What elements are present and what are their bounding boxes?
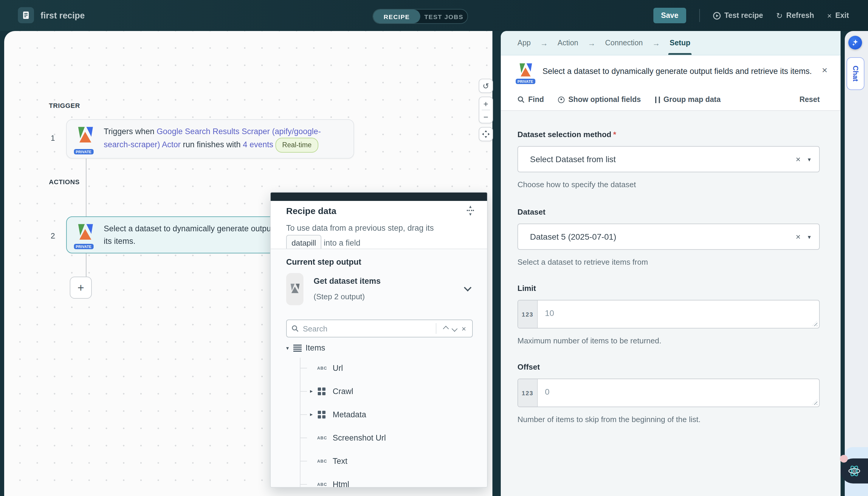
drag-up-icon: ▴ <box>469 204 471 208</box>
save-button[interactable]: Save <box>653 8 686 23</box>
trigger-text-prefix: Triggers when <box>104 127 157 136</box>
refresh-button[interactable]: ↻ Refresh <box>776 11 814 20</box>
field-dataset-selection-method: Dataset selection method* Select Dataset… <box>517 130 820 189</box>
exit-button[interactable]: × Exit <box>827 11 849 20</box>
pan-button[interactable] <box>479 127 493 141</box>
trigger-step-card[interactable]: PRIVATE Triggers when Google Search Resu… <box>66 119 354 159</box>
right-rail: Chat <box>845 31 868 496</box>
reset-view-icon: ↺ <box>483 81 489 90</box>
reset-fields-button[interactable]: Reset <box>800 95 820 104</box>
clear-icon[interactable]: × <box>789 232 808 242</box>
breadcrumb-setup[interactable]: Setup <box>670 39 690 47</box>
field-limit: Limit 123 10 Maximum number of items to … <box>517 284 820 345</box>
datapill-html[interactable]: ABC Html <box>270 478 487 488</box>
apify-logo-icon <box>76 125 95 146</box>
search-input[interactable] <box>303 324 432 333</box>
tree-tick <box>300 368 307 368</box>
breadcrumb-action[interactable]: Action <box>558 39 578 47</box>
plus-icon: + <box>78 281 84 294</box>
datapill-metadata[interactable]: ▸ Metadata <box>270 408 487 421</box>
tree-tick <box>300 391 307 391</box>
top-bar: first recipe RECIPE TEST JOBS Save Test … <box>0 0 868 31</box>
reset-view-button[interactable]: ↺ <box>479 79 493 93</box>
subtitle-suffix: into a field <box>321 238 360 247</box>
panel-toolbar: Find Show optional fields Group map data… <box>501 89 841 111</box>
exit-label: Exit <box>835 11 849 20</box>
arrow-icon: → <box>588 38 595 47</box>
apify-logo-gray-icon <box>289 283 301 296</box>
breadcrumb-connection[interactable]: Connection <box>605 39 643 47</box>
field-helper: Maximum number of items to be returned. <box>517 336 820 345</box>
step-connector-line <box>86 253 87 277</box>
realtime-badge: Real-time <box>276 138 318 153</box>
recipe-doc-icon[interactable] <box>18 7 34 23</box>
caret-down-icon[interactable]: ▾ <box>808 156 811 162</box>
select-value: Dataset 5 (2025-07-01) <box>530 232 789 242</box>
field-helper: Choose how to specify the dataset <box>517 180 820 189</box>
drag-down-icon: ▾ <box>469 212 471 216</box>
breadcrumb: App → Action → Connection → Setup <box>501 31 841 56</box>
datapill-text[interactable]: ABC Text <box>270 454 487 467</box>
trigger-events-link[interactable]: 4 events <box>243 140 273 149</box>
step-connector-line <box>86 156 87 226</box>
caret-down-icon[interactable]: ▾ <box>808 233 811 240</box>
limit-input-group: 123 10 <box>517 300 820 328</box>
zoom-in-button[interactable]: + <box>479 97 493 110</box>
dataset-select[interactable]: Dataset 5 (2025-07-01) × ▾ <box>517 223 820 250</box>
private-badge: PRIVATE <box>516 79 535 84</box>
show-optional-fields-button[interactable]: Show optional fields <box>558 95 641 104</box>
test-recipe-button[interactable]: Test recipe <box>713 11 763 20</box>
recipe-editor: first recipe RECIPE TEST JOBS Save Test … <box>0 0 868 496</box>
caret-right-icon[interactable]: ▸ <box>310 388 313 394</box>
tree-tick <box>300 414 307 415</box>
group-map-label: Group map data <box>664 95 721 104</box>
chat-button[interactable]: Chat <box>847 57 865 90</box>
chevron-down-icon[interactable] <box>464 284 471 291</box>
popup-drag-bar[interactable] <box>270 192 487 201</box>
ai-assistant-button[interactable] <box>848 36 862 49</box>
search-close-button[interactable]: × <box>459 324 469 333</box>
datapill-crawl[interactable]: ▸ Crawl <box>270 385 487 398</box>
recipe-data-popup: Recipe data ▴ ▾ To use data from a previ… <box>270 192 488 488</box>
subtitle-prefix: To use data from a previous step, drag i… <box>286 223 434 232</box>
search-prev-button[interactable] <box>440 324 450 333</box>
datapill-screenshot-url[interactable]: ABC Screenshot Url <box>270 431 487 444</box>
output-name: Get dataset items <box>313 277 381 285</box>
step-2-number: 2 <box>51 231 55 240</box>
tree-tick <box>300 484 307 484</box>
plus-icon: + <box>483 99 488 108</box>
tree-root-items[interactable]: ▾ Items <box>286 343 325 352</box>
datapill-label: Text <box>332 456 347 465</box>
list-icon <box>293 344 301 352</box>
datapill-label: Screenshot Url <box>332 433 386 442</box>
field-label: Offset <box>517 362 820 371</box>
topbar-actions: Save Test recipe ↻ Refresh × Exit <box>653 0 849 31</box>
search-next-button[interactable] <box>450 324 459 333</box>
chevron-up-icon <box>443 326 449 331</box>
datapill-url[interactable]: ABC Url <box>270 361 487 374</box>
divider <box>699 9 700 22</box>
clear-icon[interactable]: × <box>789 154 808 164</box>
offset-input[interactable]: 0 <box>538 379 819 407</box>
close-panel-button[interactable]: × <box>822 65 827 76</box>
tab-test-jobs[interactable]: TEST JOBS <box>420 10 467 23</box>
find-button[interactable]: Find <box>517 95 544 104</box>
dataset-selection-method-select[interactable]: Select Dataset from list × ▾ <box>517 146 820 172</box>
chevron-down-icon <box>451 326 457 331</box>
zoom-out-button[interactable]: − <box>479 110 493 123</box>
drag-handle-icon[interactable]: ▴ ▾ <box>467 204 474 216</box>
object-type-icon <box>318 410 326 418</box>
private-badge: PRIVATE <box>74 244 93 249</box>
popup-title: Recipe data <box>286 206 336 216</box>
section-title: Current step output <box>286 258 361 266</box>
add-step-button[interactable]: + <box>70 277 92 299</box>
recipe-title: first recipe <box>41 11 84 20</box>
caret-right-icon[interactable]: ▸ <box>310 412 313 417</box>
sparkles-icon <box>851 39 859 46</box>
group-map-data-button[interactable]: Group map data <box>655 95 721 104</box>
caret-down-icon[interactable]: ▾ <box>286 345 289 351</box>
breadcrumb-app[interactable]: App <box>517 39 531 47</box>
limit-input[interactable]: 10 <box>538 300 819 328</box>
tab-recipe[interactable]: RECIPE <box>373 10 420 23</box>
arrow-icon: → <box>540 38 548 47</box>
